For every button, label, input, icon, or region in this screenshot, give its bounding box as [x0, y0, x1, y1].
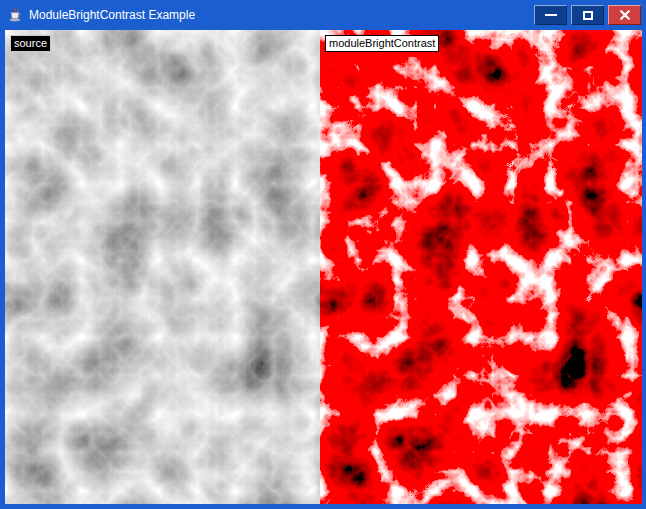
window-title: ModuleBrightContrast Example	[29, 8, 534, 22]
app-window: ModuleBrightContrast Example	[0, 0, 646, 509]
java-coffee-cup-icon	[7, 7, 23, 23]
source-image	[5, 30, 320, 504]
titlebar[interactable]: ModuleBrightContrast Example	[0, 0, 646, 30]
close-icon	[620, 10, 630, 20]
processed-image	[320, 30, 642, 504]
minimize-button[interactable]	[534, 5, 567, 25]
window-controls	[534, 5, 641, 25]
processed-image-label: moduleBrightContrast	[325, 35, 439, 52]
maximize-button[interactable]	[571, 5, 604, 25]
close-button[interactable]	[608, 5, 641, 25]
image-area: source	[5, 30, 642, 504]
source-image-label: source	[10, 35, 51, 52]
processed-image-panel: moduleBrightContrast	[320, 30, 642, 504]
source-image-panel: source	[5, 30, 320, 504]
maximize-icon	[583, 11, 593, 20]
minimize-icon	[545, 14, 557, 16]
